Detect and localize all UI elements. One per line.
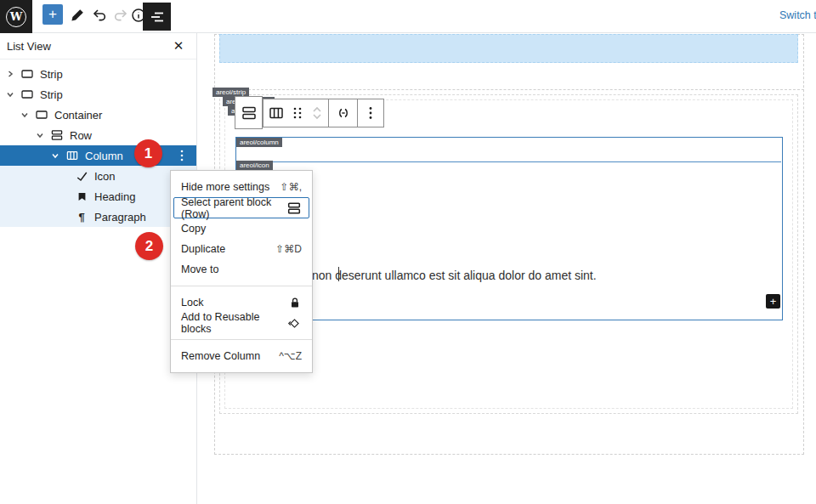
strip-block-divider [214, 89, 804, 90]
block-options-menu: Hide more settings ⇧⌘, Select parent blo… [170, 170, 313, 373]
move-up-down-icon [309, 105, 325, 122]
list-view-icon [149, 8, 166, 25]
column-block-selected[interactable] [235, 137, 783, 320]
list-view-title: List View [7, 40, 51, 53]
sidebar-item-heading[interactable]: Heading [0, 186, 196, 207]
icon-block-border [236, 161, 781, 162]
select-parent-row-button[interactable] [235, 96, 263, 129]
switch-to-draft-link[interactable]: Switch to d [779, 9, 816, 21]
sidebar-item-column-selected[interactable]: Column [0, 145, 196, 166]
annotation-step-1: 1 [134, 139, 162, 167]
drag-handle-icon [291, 105, 304, 121]
menu-item-move-to[interactable]: Move to [171, 259, 312, 280]
redo-icon [112, 7, 129, 24]
strip-block-icon [20, 88, 34, 101]
menu-item-remove-column[interactable]: Remove Column ^⌥Z [171, 346, 312, 366]
block-inserter-toggle[interactable]: + [42, 4, 63, 25]
options-ellipsis-icon[interactable] [357, 99, 382, 127]
badge-areoi-column: areoi/column [236, 138, 282, 147]
wordpress-logo[interactable]: W [0, 0, 32, 33]
menu-item-label: Remove Column [181, 350, 260, 362]
badge-areoi-icon: areoi/icon [236, 161, 273, 170]
menu-item-select-parent-block[interactable]: Select parent block (Row) [173, 197, 309, 218]
undo-button[interactable] [88, 3, 110, 27]
sidebar-item-label: Heading [94, 190, 135, 203]
strip-block-icon [20, 67, 34, 81]
sidebar-item-strip-1[interactable]: Strip [0, 64, 196, 84]
menu-separator [171, 286, 312, 286]
sidebar-item-label: Strip [40, 68, 63, 81]
link-icon [335, 105, 352, 122]
chevron-down-icon[interactable] [35, 131, 44, 140]
menu-item-label: Hide more settings [181, 181, 269, 193]
bookmark-flag-icon [75, 190, 88, 203]
checkmark-icon [75, 169, 88, 183]
close-icon[interactable]: ✕ [169, 37, 188, 55]
shortcut-text: ^⌥Z [279, 350, 302, 362]
block-tree: Strip Strip Container [0, 64, 196, 227]
menu-item-label: Select parent block (Row) [181, 196, 286, 220]
menu-item-label: Add to Reusable blocks [181, 311, 287, 335]
menu-item-label: Duplicate [181, 243, 225, 255]
menu-item-label: Lock [181, 297, 203, 309]
menu-item-duplicate[interactable]: Duplicate ⇧⌘D [171, 239, 312, 259]
container-block-icon [35, 108, 48, 122]
row-icon [286, 201, 302, 216]
chevron-right-icon[interactable] [5, 70, 14, 79]
link-button[interactable] [328, 99, 357, 127]
annotation-step-2: 2 [135, 232, 163, 260]
editor-topbar: W + Switch to d [0, 0, 816, 33]
paragraph-block-text[interactable]: non deserunt ullamco est sit aliqua dolo… [312, 269, 669, 282]
edit-tool-button[interactable] [66, 3, 88, 27]
menu-item-label: Copy [181, 223, 206, 235]
column-block-type-button[interactable] [264, 99, 289, 127]
sidebar-item-paragraph[interactable]: ¶ Paragraph [0, 207, 196, 227]
wordpress-logo-icon: W [6, 7, 26, 27]
block-toolbar [263, 99, 384, 127]
sidebar-item-icon[interactable]: Icon [0, 166, 196, 186]
sidebar-item-label: Column [85, 150, 123, 162]
sidebar-item-label: Strip [40, 88, 63, 101]
drag-handle[interactable] [289, 99, 306, 127]
block-inserter-button[interactable]: + [766, 294, 780, 309]
menu-item-copy[interactable]: Copy [171, 218, 312, 239]
column-icon [268, 105, 285, 122]
chevron-down-icon[interactable] [50, 151, 60, 161]
text-cursor [338, 267, 339, 281]
options-ellipsis-icon[interactable] [171, 145, 193, 166]
sidebar-item-label: Icon [94, 170, 116, 183]
pencil-icon [69, 7, 86, 24]
menu-item-label: Move to [181, 263, 218, 275]
paragraph-icon: ¶ [75, 210, 88, 224]
menu-separator [171, 339, 312, 340]
sidebar-item-label: Row [70, 129, 92, 142]
chevron-down-icon[interactable] [20, 110, 29, 120]
lock-icon [288, 296, 302, 309]
reusable-block-icon [287, 316, 302, 331]
row-icon [241, 105, 258, 122]
sidebar-item-strip-2[interactable]: Strip [0, 84, 196, 105]
undo-icon [91, 7, 108, 24]
menu-item-hide-more-settings[interactable]: Hide more settings ⇧⌘, [171, 177, 312, 197]
sidebar-item-row[interactable]: Row [0, 125, 196, 145]
list-view-toggle-active[interactable] [143, 3, 171, 31]
wordpress-block-editor: areoi/strip areoi/container areoi/row ar… [0, 0, 816, 504]
menu-item-add-to-reusable-blocks[interactable]: Add to Reusable blocks [171, 313, 312, 333]
row-icon [50, 128, 64, 142]
sidebar-item-container[interactable]: Container [0, 105, 196, 125]
sidebar-item-label: Container [54, 109, 102, 122]
list-view-panel: List View ✕ Strip Strip [0, 33, 197, 504]
menu-item-lock[interactable]: Lock [171, 292, 312, 313]
shortcut-text: ⇧⌘, [280, 181, 302, 193]
strip-block-top[interactable] [219, 34, 798, 63]
list-view-header: List View ✕ [0, 33, 196, 59]
column-icon [65, 149, 79, 162]
sidebar-item-label: Paragraph [94, 211, 146, 224]
block-mover-buttons[interactable] [306, 99, 328, 127]
shortcut-text: ⇧⌘D [275, 243, 302, 255]
chevron-down-icon[interactable] [5, 90, 14, 99]
